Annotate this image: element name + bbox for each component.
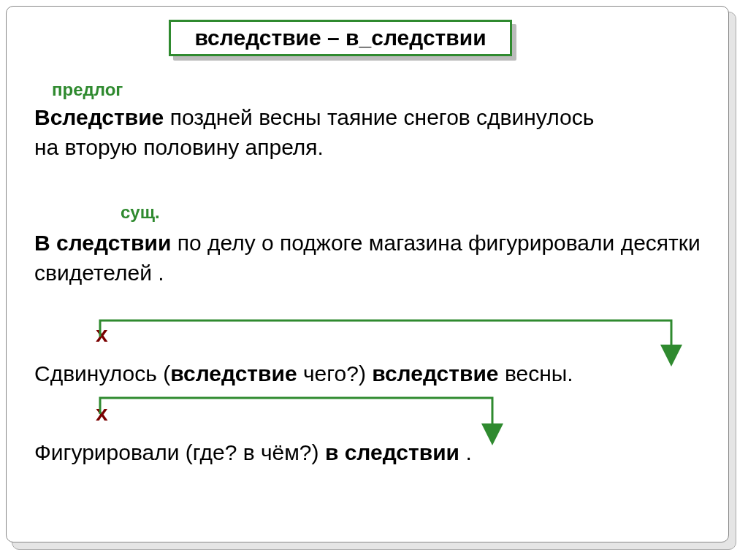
dependency-row-1: Сдвинулось (вследствие чего?) вследствие… bbox=[34, 361, 701, 386]
row1-w2: вследствие bbox=[170, 361, 297, 386]
title-text: вследствие – в_следствии bbox=[194, 26, 486, 50]
row1-w5: весны. bbox=[499, 361, 573, 386]
para1-line2: на вторую половину апреля. bbox=[34, 135, 324, 159]
row2-w3: . bbox=[459, 440, 472, 464]
paragraph-2: В следствии по делу о поджоге магазина ф… bbox=[34, 229, 701, 288]
row2-w1: Фигурировали (где? в чём?) bbox=[34, 440, 325, 464]
para1-post: поздней весны таяние снегов сдвинулось bbox=[164, 105, 594, 129]
label-sush: сущ. bbox=[121, 202, 160, 223]
card: вследствие – в_следствии предлог Вследст… bbox=[6, 6, 729, 542]
row1-w1: Сдвинулось ( bbox=[34, 361, 170, 386]
paragraph-1: Вследствие поздней весны таяние снегов с… bbox=[34, 103, 701, 162]
dependency-row-2: Фигурировали (где? в чём?) в следствии . bbox=[34, 440, 701, 465]
x-mark-1: х bbox=[96, 322, 108, 347]
para1-bold: Вследствие bbox=[34, 105, 164, 129]
row2-w2: в следствии bbox=[325, 440, 459, 464]
label-predlog: предлог bbox=[52, 80, 123, 100]
row1-w4: вследствие bbox=[372, 361, 498, 386]
row1-w3: чего?) bbox=[297, 361, 373, 386]
para2-bold: В следствии bbox=[34, 231, 171, 255]
title-box: вследствие – в_следствии bbox=[169, 20, 512, 56]
x-mark-2: х bbox=[96, 401, 108, 426]
